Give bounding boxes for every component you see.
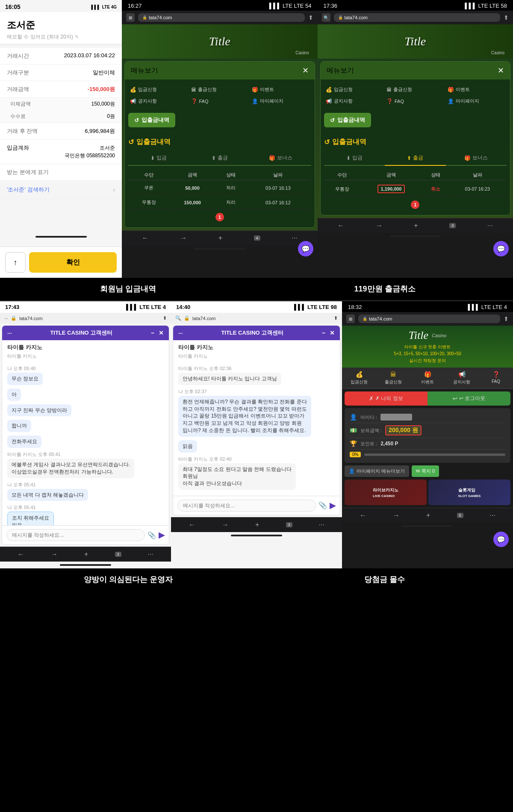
search-link[interactable]: '조서준' 검색하기 — [7, 186, 50, 194]
nav-forward-right[interactable]: → — [376, 222, 383, 229]
header-dots-mid: ··· — [178, 330, 183, 336]
menu-item-notice-r[interactable]: 📢공지사항 — [324, 95, 385, 107]
minimize-icon[interactable]: − — [151, 330, 154, 336]
menu-item-faq-r[interactable]: ❓FAQ — [385, 95, 446, 107]
casino-subtitle-right: Casino — [491, 50, 504, 55]
menu-close-icon-mid[interactable]: ✕ — [302, 66, 309, 75]
deposit-history-btn-right[interactable]: ↺ 입출금내역 — [324, 113, 371, 127]
mypage-menu-btn[interactable]: 👤 마이페이지 메뉴더보기 — [345, 465, 409, 477]
nav-forward-mid[interactable]: → — [180, 234, 187, 242]
share-bl[interactable]: ⬆ — [163, 315, 167, 321]
nav-add-bm[interactable]: + — [255, 521, 259, 529]
casino-menu-withdraw[interactable]: 🏛출금신청 — [376, 368, 410, 388]
menu-item-withdraw-r[interactable]: 🏛출금신청 — [385, 84, 446, 95]
nav-more-bm[interactable]: ··· — [319, 521, 324, 529]
method-2: 무통장 — [129, 196, 168, 209]
browser-share-right[interactable]: ⬆ — [504, 14, 509, 21]
confirm-button[interactable]: 확인 — [29, 252, 117, 273]
nav-add-br[interactable]: + — [426, 512, 430, 519]
url-bar-mid[interactable]: 🔒 tata74.com — [138, 13, 305, 22]
tab-count-right[interactable]: 3 — [449, 223, 456, 228]
close-icon-chat-mid[interactable]: ✕ — [330, 330, 335, 336]
send-icon-left[interactable]: ▶ — [159, 530, 165, 540]
browser-nav-right: ← → + 3 ··· — [318, 218, 513, 233]
chat-input-mid[interactable] — [177, 500, 316, 512]
browser-share-br[interactable]: ⬆ — [504, 315, 509, 322]
attach-icon-left[interactable]: 📎 — [147, 531, 156, 539]
logout-btn[interactable]: ↩ ↩ 로그아웃 — [428, 391, 510, 406]
chat-fab-mid[interactable]: 💬 — [298, 241, 313, 256]
nav-back-mid[interactable]: ← — [142, 234, 149, 242]
nav-more-right[interactable]: ··· — [487, 222, 493, 229]
chat-msg: 타이틀 카지노 오후 05:41 에볼루션 게임사 결과나오고 유선연락드리겠습… — [7, 451, 164, 478]
menu-item-deposit[interactable]: 💰입금신청 — [128, 84, 189, 95]
nav-forward-br[interactable]: → — [393, 512, 400, 519]
trade-type-label: 거래구분 — [7, 69, 29, 76]
close-icon-chat-left[interactable]: ✕ — [159, 330, 164, 336]
nav-add-mid[interactable]: + — [218, 234, 222, 242]
memo-edit-icon[interactable]: ✎ — [75, 34, 79, 40]
url-bar-right[interactable]: 🔒 tata74.com — [334, 13, 501, 22]
game-card-slot[interactable]: 슬롯게임SLOT GAMES — [428, 480, 510, 505]
casino-menu-deposit[interactable]: 💰입금신청 — [342, 368, 376, 388]
tab-bonus-mid[interactable]: 🎁보너스 — [250, 151, 311, 165]
tab-count-mid[interactable]: 4 — [254, 235, 260, 241]
time-left: 16:05 — [5, 3, 21, 10]
nav-back-bm[interactable]: ← — [189, 521, 195, 529]
tab-withdraw-mid[interactable]: ⬆출금 — [189, 151, 251, 165]
nav-back-right[interactable]: ← — [337, 222, 344, 229]
casino-menu-event[interactable]: 🎁이벤트 — [410, 368, 445, 388]
tab-count-br[interactable]: 5 — [457, 513, 463, 518]
nav-forward-bm[interactable]: → — [222, 521, 229, 529]
jjat-btn[interactable]: ✉ 쪽지 0 — [412, 465, 439, 477]
deposit-history-btn-mid[interactable]: ↺ 입출금내역 — [128, 113, 175, 127]
nav-add-bl[interactable]: + — [84, 550, 88, 558]
minimize-icon-mid[interactable]: − — [322, 330, 325, 336]
browser-share-mid[interactable]: ⬆ — [308, 14, 313, 21]
bank-app-panel: 16:05 ▌▌▌ LTE 4G 조서준 메모할 수 있어요 (최대 20자) … — [0, 0, 122, 278]
chat-fab-br[interactable]: 💬 — [493, 532, 509, 547]
nav-more-bl[interactable]: ··· — [148, 550, 153, 558]
share-bm[interactable]: ⬆ — [334, 315, 338, 321]
menu-item-mypage[interactable]: 👤마이페이지 — [250, 95, 311, 107]
nav-add-right[interactable]: + — [414, 222, 418, 229]
menu-item-event-r[interactable]: 🎁이벤트 — [446, 84, 507, 95]
history-clock-icon: ↺ — [128, 138, 134, 146]
menu-item-event[interactable]: 🎁이벤트 — [250, 84, 311, 95]
menu-close-icon-right[interactable]: ✕ — [498, 66, 504, 75]
nav-forward-bl[interactable]: → — [51, 550, 58, 558]
game-card-live[interactable]: 라이브카지노LIVE CASINO — [345, 480, 427, 505]
tab-bonus-right[interactable]: 🎁보너스 — [446, 151, 507, 165]
account-label: 입금계좌 — [7, 144, 29, 152]
tab-deposit-right[interactable]: ⬇입금 — [324, 151, 385, 165]
nav-back-bl[interactable]: ← — [18, 550, 24, 558]
share-button[interactable]: ↑ — [5, 252, 26, 273]
transaction-details: 거래시간 2023.03.07 16:04:22 거래구분 일반이체 거래금액 … — [0, 48, 122, 181]
chat-fab-right[interactable]: 💬 — [493, 241, 509, 256]
trade-time-value: 2023.03.07 16:04:22 — [64, 52, 115, 60]
date-2: 03-07 16:12 — [246, 196, 310, 209]
casino-menu-faq[interactable]: ❓FAQ — [479, 368, 513, 388]
nav-back-br[interactable]: ← — [360, 512, 366, 519]
menu-item-deposit-r[interactable]: 💰입금신청 — [324, 84, 385, 95]
balance-row: 거래 후 잔액 6,996,984원 — [0, 123, 122, 140]
url-bar-br[interactable]: 🔒 tata74.com — [358, 315, 500, 323]
send-icon-mid[interactable]: ▶ — [330, 501, 336, 510]
tab-withdraw-right[interactable]: ⬆출금 — [385, 151, 446, 166]
my-info-btn[interactable]: ✗ ✗ 나의 정보 — [345, 391, 428, 406]
casino-menu-notice[interactable]: 📢공지사항 — [445, 368, 479, 388]
attach-icon-mid[interactable]: 📎 — [318, 501, 327, 509]
tab-count-bm[interactable]: 3 — [286, 522, 292, 527]
search-row[interactable]: '조서준' 검색하기 › — [0, 181, 122, 199]
tab-deposit-mid[interactable]: ⬇입금 — [128, 151, 189, 165]
menu-item-notice[interactable]: 📢공지사항 — [128, 95, 189, 107]
menu-item-mypage-r[interactable]: 👤마이페이지 — [446, 95, 507, 107]
chat-input-left[interactable] — [6, 529, 145, 541]
menu-item-faq[interactable]: ❓FAQ — [189, 95, 251, 107]
tab-count-bl[interactable]: 3 — [115, 552, 121, 557]
nav-more-mid[interactable]: ··· — [292, 234, 297, 242]
menu-item-withdraw[interactable]: 🏛출금신청 — [189, 84, 251, 95]
home-indicator-bot-left — [60, 564, 111, 566]
browser-bar-right: 🔍 🔒 tata74.com ⬆ — [318, 11, 513, 24]
nav-more-br[interactable]: ··· — [490, 512, 495, 519]
